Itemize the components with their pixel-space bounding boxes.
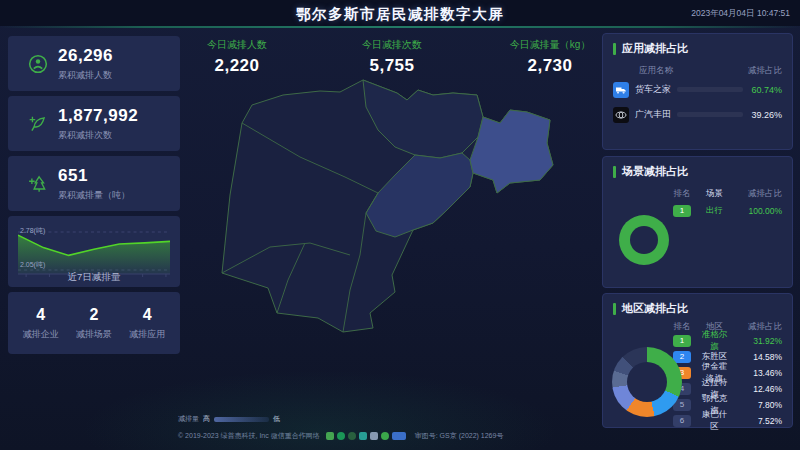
app-bar-track [677,87,743,92]
leaf-plus-icon [28,114,48,134]
region-pct: 31.92% [730,336,782,346]
partner-logo-icon [392,432,406,440]
summary-card: 4 减排企业 2 减排场景 4 减排应用 [8,292,180,354]
scene-donut-chart[interactable] [619,215,669,265]
scene-col-pct-header: 减排占比 [730,188,782,200]
apps-value: 4 [129,306,165,324]
today-amount-label: 今日减排量（kg） [495,38,605,52]
datetime: 2023年04月04日 10:47:51 [691,8,790,20]
app-col-name-header: 应用名称 [639,65,673,77]
cumulative-amount-label: 累积减排量（吨） [58,189,130,202]
today-amount: 今日减排量（kg） 2,730 [495,38,605,76]
truck-app-icon [613,82,629,98]
scene-row: 1 出行 100.00% [665,200,782,222]
today-people-value: 2,220 [182,56,292,76]
region-pct: 13.46% [730,368,782,378]
apps-label: 减排应用 [129,328,165,341]
header-bar: 鄂尔多斯市居民减排数字大屏 2023年04月04日 10:47:51 [0,0,800,26]
region-col-pct-header: 减排占比 [730,321,782,333]
ordos-map[interactable] [200,75,600,420]
panel-scene-share: 场景减排占比 排名 场景 减排占比 1 出行 100.00% [602,156,793,288]
map-legend: 减排量 高 低 [178,414,284,424]
panel-app-share: 应用减排占比 应用名称 减排占比 货车之家 60.74% 广汽丰田 39.26% [602,33,793,150]
partner-logo-icon [337,432,345,440]
scene-pct: 100.00% [730,206,782,216]
region-row: 1 准格尔旗 31.92% [665,333,782,349]
cumulative-amount-value: 651 [58,166,130,186]
app-name: 货车之家 [635,83,677,96]
scenes-value: 2 [76,306,112,324]
cumulative-times-value: 1,877,992 [58,106,138,126]
region-row: 6 康巴什区 7.52% [665,413,782,429]
partner-logo-icon [381,432,389,440]
region-pct: 7.52% [730,416,782,426]
app-name: 广汽丰田 [635,108,677,121]
summary-enterprises: 4 减排企业 [23,306,59,341]
cumulative-people-value: 26,296 [58,46,113,66]
region-donut-chart[interactable] [612,347,682,417]
copyright-text: © 2019-2023 绿普惠科技, Inc 微信重合作网络 [178,431,320,441]
legend-title: 减排量 [178,414,199,424]
scenes-label: 减排场景 [76,328,112,341]
panel-scene-title: 场景减排占比 [613,164,782,179]
partner-logos [326,432,409,440]
cumulative-times-label: 累积减排次数 [58,129,138,142]
today-times: 今日减排次数 5,755 [337,38,447,76]
stat-card-people: 26,296 累积减排人数 [8,36,180,91]
region-col-rank-header: 排名 [665,321,699,333]
rank-badge: 6 [673,415,691,427]
today-times-label: 今日减排次数 [337,38,447,52]
enterprises-label: 减排企业 [23,328,59,341]
today-people: 今日减排人数 2,220 [182,38,292,76]
scene-col-rank-header: 排名 [665,188,699,200]
panel-region-title: 地区减排占比 [613,301,782,316]
enterprises-value: 4 [23,306,59,324]
legend-low: 低 [273,414,280,424]
app-row-huochezhijia: 货车之家 60.74% [613,77,782,102]
map-region-highlight[interactable] [470,110,553,193]
partner-logo-icon [348,432,356,440]
summary-scenes: 2 减排场景 [76,306,112,341]
stat-card-amount: 651 累积减排量（吨） [8,156,180,211]
scene-name: 出行 [699,205,730,217]
legend-gradient-bar [214,417,269,422]
rank-badge: 1 [673,205,691,217]
scene-col-name-header: 场景 [699,188,730,200]
partner-logo-icon [370,432,378,440]
partner-logo-icon [326,432,334,440]
app-pct: 60.74% [751,85,782,95]
stat-card-times: 1,877,992 累积减排次数 [8,96,180,151]
today-amount-value: 2,730 [495,56,605,76]
panel-region-share: 地区减排占比 排名 地区 减排占比 1 准格尔旗 31.92% 2 东胜区 14… [602,293,793,428]
panel-app-title: 应用减排占比 [613,41,782,56]
cumulative-people-label: 累积减排人数 [58,69,113,82]
app-bar-track [677,112,743,117]
summary-apps: 4 减排应用 [129,306,165,341]
toyota-app-icon [613,107,629,123]
region-name: 康巴什区 [699,409,730,433]
trend-card: 2.78(吨) 2.05(吨) 近7日减排量 [8,216,180,287]
today-times-value: 5,755 [337,56,447,76]
partner-logo-icon [359,432,367,440]
region-pct: 12.46% [730,384,782,394]
app-pct: 39.26% [751,110,782,120]
tree-plus-icon [28,174,48,194]
footer: © 2019-2023 绿普惠科技, Inc 微信重合作网络 审图号: GS京 … [178,431,503,441]
app-row-gac-toyota: 广汽丰田 39.26% [613,102,782,127]
region-pct: 14.58% [730,352,782,362]
rank-badge: 1 [673,335,691,347]
person-leaf-icon [28,54,48,74]
app-col-pct-header: 减排占比 [748,65,782,77]
trend-min-label: 2.05(吨) [20,260,45,270]
trend-max-label: 2.78(吨) [20,226,45,236]
region-pct: 7.80% [730,400,782,410]
legend-high: 高 [203,414,210,424]
map-license-text: 审图号: GS京 (2022) 1269号 [415,431,504,441]
page-title: 鄂尔多斯市居民减排数字大屏 [0,5,800,24]
trend-title: 近7日减排量 [8,271,180,284]
today-people-label: 今日减排人数 [182,38,292,52]
region-name: 准格尔旗 [699,329,730,353]
